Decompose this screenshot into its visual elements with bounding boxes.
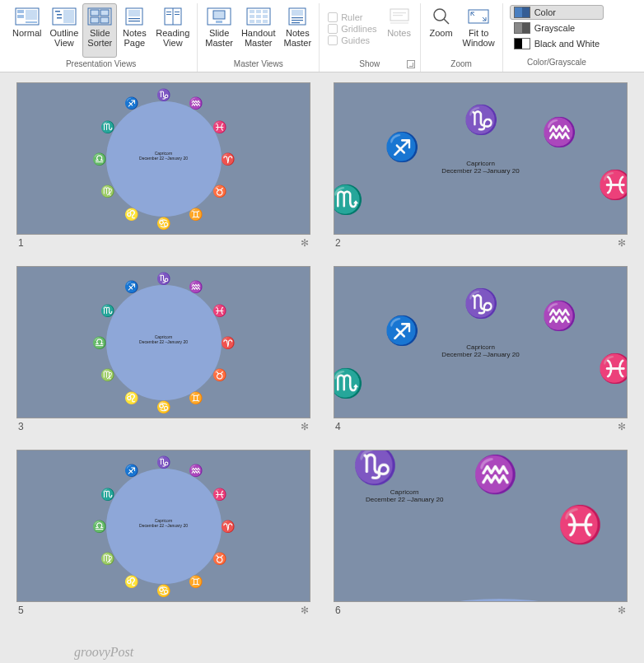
fit-window-button[interactable]: Fit to Window (459, 3, 499, 58)
zodiac-libra-icon: ♎ (92, 520, 106, 533)
zodiac-capricorn-icon: ♑ (464, 287, 498, 320)
svg-rect-49 (469, 10, 488, 23)
svg-rect-42 (292, 22, 300, 23)
svg-rect-36 (256, 20, 261, 23)
svg-rect-1 (17, 10, 24, 13)
svg-rect-3 (26, 10, 37, 20)
reading-view-button[interactable]: Reading View (152, 3, 194, 58)
slide-sorter-button[interactable]: Slide Sorter (82, 3, 117, 58)
animation-star-icon: ✻ (301, 421, 309, 432)
svg-rect-9 (63, 10, 74, 23)
gridlines-checkbox: Gridlines (328, 24, 376, 34)
slide-number: 6 (335, 605, 341, 616)
slide-canvas: ♑♒♓♐♏CapricornDecember 22 –January 20 (334, 82, 628, 235)
zodiac-aquarius-icon: ♒ (189, 464, 203, 477)
slide-thumbnail[interactable]: ♑♒♓♈♉♊♋♌♍♎♏♐CapricornDecember 22 –Januar… (16, 82, 310, 251)
notes-master-button[interactable]: Notes Master (280, 3, 316, 58)
group-label-master: Master Views (201, 58, 315, 70)
svg-rect-44 (393, 12, 406, 13)
zodiac-sagittarius-icon: ♐ (124, 96, 138, 110)
color-button[interactable]: Color (510, 5, 604, 20)
svg-point-47 (434, 9, 446, 21)
normal-view-button[interactable]: Normal (8, 3, 45, 58)
handout-master-button[interactable]: Handout Master (237, 3, 280, 58)
black-white-button[interactable]: Black and White (510, 36, 604, 51)
outline-label: Outline View (49, 28, 78, 48)
show-launcher-icon[interactable] (407, 60, 415, 68)
slide-number: 1 (18, 237, 24, 249)
sorter-label: Slide Sorter (87, 28, 112, 48)
normal-label: Normal (12, 28, 41, 38)
zodiac-aquarius-icon: ♒ (189, 280, 203, 293)
svg-rect-29 (250, 10, 254, 13)
slide-thumbnail[interactable]: ♑♒♓♐♏CapricornDecember 22 –January 20 4✻ (334, 266, 628, 435)
svg-rect-34 (263, 15, 268, 18)
zodiac-pisces-icon: ♓ (212, 304, 226, 317)
slide-thumbnail[interactable]: ♑♒♓CapricornDecember 22 –January 20 6✻ (334, 450, 628, 619)
svg-rect-21 (166, 12, 171, 12)
group-zoom: Zoom Fit to Window Zoom (421, 3, 503, 72)
slide-master-button[interactable]: Slide Master (201, 3, 237, 58)
outline-view-button[interactable]: Outline View (45, 3, 82, 58)
zodiac-sagittarius-icon: ♐ (124, 280, 138, 293)
svg-rect-14 (100, 17, 109, 23)
zodiac-libra-icon: ♎ (92, 336, 106, 349)
animation-star-icon: ✻ (618, 237, 626, 249)
zodiac-aries-icon: ♈ (221, 520, 235, 533)
svg-rect-46 (390, 22, 408, 24)
svg-rect-7 (57, 14, 62, 16)
svg-rect-33 (256, 15, 261, 18)
svg-rect-23 (175, 12, 180, 12)
watermark: groovyPost (74, 645, 133, 649)
checkbox-icon (328, 35, 338, 45)
zodiac-capricorn-icon: ♑ (156, 88, 170, 101)
checkbox-icon (328, 24, 338, 34)
slide-thumbnail[interactable]: ♑♒♓♐♏CapricornDecember 22 –January 20 2✻ (334, 82, 628, 251)
svg-rect-18 (128, 21, 140, 21)
slide-sorter-workspace[interactable]: ♑♒♓♈♉♊♋♌♍♎♏♐CapricornDecember 22 –Januar… (0, 72, 644, 649)
svg-line-48 (444, 19, 449, 24)
zodiac-pisces-icon: ♓ (598, 168, 628, 201)
handout-master-label: Handout Master (241, 28, 276, 48)
slide-text: CapricornDecember 22 –January 20 (139, 334, 188, 344)
notes-button: Notes (382, 3, 417, 58)
zodiac-aquarius-icon: ♒ (542, 115, 576, 148)
zodiac-gemini-icon: ♊ (189, 391, 203, 404)
notes-master-icon (284, 7, 310, 26)
svg-rect-22 (166, 14, 171, 15)
normal-icon (14, 7, 40, 26)
slide-master-icon (206, 7, 232, 26)
zodiac-aquarius-icon: ♒ (189, 96, 203, 110)
svg-rect-17 (128, 18, 140, 19)
zodiac-libra-icon: ♎ (92, 152, 106, 166)
zodiac-aquarius-icon: ♒ (542, 299, 576, 332)
svg-rect-6 (55, 11, 60, 12)
zodiac-pisces-icon: ♓ (598, 352, 628, 385)
svg-rect-31 (263, 10, 268, 13)
zodiac-cancer-icon: ♋ (156, 400, 170, 413)
fit-window-icon (465, 7, 492, 26)
slide-thumbnail[interactable]: ♑♒♓♈♉♊♋♌♍♎♏♐CapricornDecember 22 –Januar… (16, 450, 310, 619)
zoom-icon (428, 7, 455, 26)
svg-rect-12 (100, 10, 109, 16)
zoom-button[interactable]: Zoom (424, 3, 459, 58)
animation-star-icon: ✻ (618, 605, 626, 616)
svg-rect-8 (57, 17, 62, 19)
zodiac-gemini-icon: ♊ (189, 575, 203, 588)
notes-label: Notes (387, 28, 411, 38)
slide-number: 3 (18, 421, 24, 432)
slide-thumbnail[interactable]: ♑♒♓♈♉♊♋♌♍♎♏♐CapricornDecember 22 –Januar… (16, 266, 310, 435)
grayscale-swatch-icon (514, 22, 530, 34)
notes-page-button[interactable]: Notes Page (117, 3, 152, 58)
zodiac-gemini-icon: ♊ (189, 208, 203, 221)
animation-star-icon: ✻ (301, 605, 309, 616)
svg-rect-37 (263, 20, 268, 23)
slide-number: 5 (18, 605, 24, 616)
svg-rect-2 (17, 15, 24, 18)
svg-rect-4 (26, 21, 37, 23)
slide-master-label: Slide Master (205, 28, 233, 48)
zodiac-pisces-icon: ♓ (212, 120, 226, 133)
grayscale-button[interactable]: Grayscale (510, 21, 604, 35)
zodiac-taurus-icon: ♉ (212, 368, 226, 381)
group-label-show: Show (323, 58, 416, 70)
